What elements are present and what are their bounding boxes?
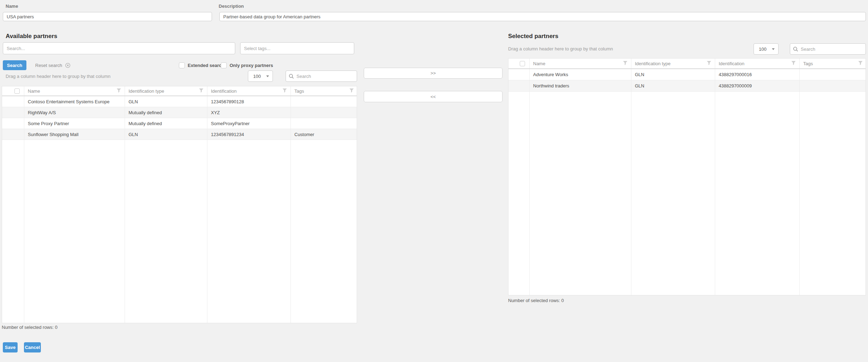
filter-funnel-icon[interactable] (117, 88, 121, 94)
cell-tags: Customer (291, 129, 357, 140)
chevron-down-icon (772, 48, 775, 50)
column-label: Identification (719, 61, 744, 66)
selected-selected-count: Number of selected rows: 0 (508, 298, 564, 303)
table-row[interactable]: Northwind traders GLN 4388297000009 (508, 80, 866, 92)
group-drag-hint: Drag a column header here to group by th… (508, 46, 613, 51)
cell-tags (291, 107, 357, 118)
available-partners-table: Name Identification type Identification … (2, 86, 357, 323)
column-label: Name (28, 88, 40, 94)
move-to-available-button[interactable]: << (364, 91, 502, 102)
partner-data-group-page: { "form": { "name_label": "Name", "name_… (0, 0, 868, 362)
page-size-dropdown[interactable]: 100 (248, 70, 273, 82)
page-size-dropdown[interactable]: 100 (754, 43, 779, 55)
grid-search-input[interactable] (296, 71, 354, 81)
row-checkbox-cell (2, 118, 24, 129)
search-icon (793, 47, 798, 52)
column-header-name[interactable]: Name (530, 59, 631, 68)
page-size-value: 100 (759, 47, 767, 52)
column-header-name[interactable]: Name (24, 86, 125, 96)
column-header-identification[interactable]: Identification (715, 59, 800, 68)
column-header-identification-type[interactable]: Identification type (125, 86, 207, 96)
select-tags-input[interactable] (240, 42, 354, 54)
column-header-tags[interactable]: Tags (291, 86, 357, 96)
column-label: Identification (211, 88, 237, 94)
name-label: Name (6, 4, 18, 9)
extended-search-checkbox[interactable] (179, 62, 185, 68)
cell-identification: SomeProxyPartner (207, 118, 291, 129)
cell-name: Adventure Works (530, 69, 631, 80)
cell-tags (291, 96, 357, 107)
chevron-down-icon (266, 75, 269, 77)
search-button[interactable]: Search (3, 60, 26, 70)
row-checkbox-cell (508, 80, 530, 91)
description-input[interactable] (219, 12, 866, 21)
reset-search-label: Reset search (35, 63, 62, 68)
filter-funnel-icon[interactable] (282, 88, 287, 94)
table-row[interactable]: Sunflower Shopping Mall GLN 123456789123… (2, 129, 357, 140)
grid-search-input[interactable] (801, 44, 863, 54)
cancel-button[interactable]: Cancel (24, 342, 41, 352)
cell-tags (800, 80, 866, 91)
grid-search-box (790, 43, 866, 55)
name-input[interactable] (3, 12, 212, 21)
select-all-checkbox[interactable] (520, 61, 525, 66)
table-row[interactable]: RightWay A/S Mutually defined XYZ (2, 107, 357, 118)
select-all-cell (2, 86, 24, 96)
grid-search-box (286, 70, 357, 82)
reset-search-button[interactable]: Reset search (35, 60, 70, 70)
only-proxy-checkbox[interactable] (221, 62, 227, 68)
table-row[interactable]: Contoso Entertainment Systems Europe GLN… (2, 96, 357, 107)
filter-funnel-icon[interactable] (707, 61, 711, 66)
reset-circle-x-icon (65, 63, 70, 68)
row-checkbox-cell (2, 96, 24, 107)
move-to-selected-button[interactable]: >> (364, 68, 502, 79)
table-header-row: Name Identification type Identification … (508, 59, 866, 69)
column-label: Tags (294, 88, 304, 94)
cell-name: Northwind traders (530, 80, 631, 91)
filter-funnel-icon[interactable] (623, 61, 627, 66)
table-empty-area (2, 140, 357, 323)
table-row[interactable]: Some Proxy Partner Mutually defined Some… (2, 118, 357, 129)
cell-name: RightWay A/S (24, 107, 125, 118)
column-label: Identification type (635, 61, 670, 66)
cell-identification-type: Mutually defined (125, 107, 207, 118)
cell-identification: 1234567891234 (207, 129, 291, 140)
cell-identification: XYZ (207, 107, 291, 118)
cell-identification-type: GLN (631, 69, 715, 80)
column-label: Identification type (129, 88, 164, 94)
column-header-identification-type[interactable]: Identification type (631, 59, 715, 68)
only-proxy-label: Only proxy partners (230, 63, 273, 68)
cell-identification: 4388297000016 (715, 69, 800, 80)
extended-search-option: Extended search (179, 60, 224, 70)
filter-funnel-icon[interactable] (858, 61, 863, 66)
cell-name: Contoso Entertainment Systems Europe (24, 96, 125, 107)
search-icon (289, 74, 294, 79)
cell-identification-type: Mutually defined (125, 118, 207, 129)
table-row[interactable]: Adventure Works GLN 4388297000016 (508, 69, 866, 80)
filter-funnel-icon[interactable] (199, 88, 204, 94)
select-all-checkbox[interactable] (14, 88, 20, 94)
filter-funnel-icon[interactable] (791, 61, 796, 66)
column-header-identification[interactable]: Identification (207, 86, 291, 96)
cell-identification-type: GLN (125, 129, 207, 140)
filter-funnel-icon[interactable] (349, 88, 354, 94)
cell-identification-type: GLN (631, 80, 715, 91)
cell-identification: 1234567890128 (207, 96, 291, 107)
table-header-row: Name Identification type Identification … (2, 86, 357, 96)
group-drag-hint: Drag a column header here to group by th… (6, 74, 111, 79)
column-label: Name (533, 61, 545, 66)
save-button[interactable]: Save (3, 342, 18, 352)
cell-tags (291, 118, 357, 129)
only-proxy-option: Only proxy partners (221, 60, 273, 70)
partner-search-input[interactable] (3, 42, 235, 54)
column-header-tags[interactable]: Tags (800, 59, 866, 68)
selected-partners-title: Selected partners (508, 33, 558, 40)
cell-identification: 4388297000009 (715, 80, 800, 91)
cell-identification-type: GLN (125, 96, 207, 107)
cell-name: Some Proxy Partner (24, 118, 125, 129)
row-checkbox-cell (2, 129, 24, 140)
page-size-value: 100 (253, 74, 261, 79)
description-label: Description (219, 4, 244, 9)
available-partners-title: Available partners (6, 33, 57, 40)
extended-search-label: Extended search (188, 63, 224, 68)
